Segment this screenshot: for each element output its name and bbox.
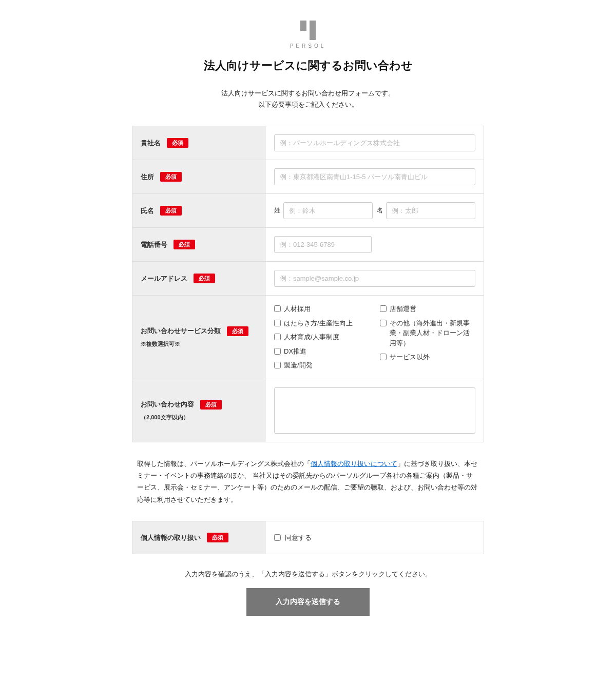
mei-label: 名 [377, 206, 383, 215]
category-option-label: DX推進 [284, 346, 306, 357]
consent-checkbox-label: 同意する [285, 533, 312, 542]
category-option-label: サービス以外 [390, 352, 430, 362]
category-option[interactable]: 製造/開発 [274, 360, 370, 371]
consent-table: 個人情報の取り扱い 必須 同意する [132, 521, 484, 554]
category-checkbox[interactable] [380, 354, 387, 360]
name-label: 氏名 [141, 206, 154, 216]
category-checkbox[interactable] [274, 320, 281, 326]
consent-label: 個人情報の取り扱い [141, 533, 201, 542]
category-option[interactable]: 店舗運営 [380, 304, 475, 314]
category-checkbox[interactable] [380, 320, 387, 326]
page-title: 法人向けサービスに関するお問い合わせ [132, 58, 484, 73]
form-table: 貴社名 必須 住所 必須 氏名 必須 [132, 126, 484, 442]
required-badge: 必須 [200, 400, 222, 410]
company-label: 貴社名 [141, 139, 161, 148]
submit-instruction: 入力内容を確認のうえ、「入力内容を送信する」ボタンをクリックしてください。 [132, 570, 484, 579]
category-option[interactable]: 人材採用 [274, 304, 370, 314]
category-option-label: 店舗運営 [390, 304, 416, 314]
required-badge: 必須 [160, 206, 182, 216]
email-input[interactable] [274, 270, 475, 287]
category-option[interactable]: はたらき方/生産性向上 [274, 318, 370, 328]
inquiry-textarea[interactable] [274, 387, 475, 434]
logo-mark-icon [300, 21, 316, 40]
consent-checkbox[interactable] [274, 534, 281, 541]
inquiry-label: お問い合わせ内容 [141, 400, 194, 409]
logo: PERSOL [132, 21, 484, 49]
submit-button[interactable]: 入力内容を送信する [246, 588, 370, 616]
category-option-label: 人材採用 [284, 304, 311, 314]
required-badge: 必須 [174, 240, 195, 249]
category-label: お問い合わせサービス分類 [141, 326, 221, 336]
category-option[interactable]: その他（海外進出・新規事業・副業人材・ドローン活用等） [380, 318, 475, 348]
category-checkbox[interactable] [274, 305, 281, 312]
category-checkbox[interactable] [274, 362, 281, 368]
category-option-label: 人材育成/人事制度 [284, 332, 339, 342]
address-label: 住所 [141, 172, 154, 182]
page-subtitle: 法人向けサービスに関するお問い合わせ用フォームです。 以下必要事項をご記入くださ… [132, 88, 484, 110]
required-badge: 必須 [207, 533, 228, 542]
company-input[interactable] [274, 134, 475, 151]
phone-input[interactable] [274, 236, 372, 253]
category-checkbox[interactable] [380, 305, 387, 312]
address-input[interactable] [274, 168, 475, 185]
category-option-label: その他（海外進出・新規事業・副業人材・ドローン活用等） [390, 318, 475, 348]
category-option-label: 製造/開発 [284, 360, 313, 371]
required-badge: 必須 [194, 274, 215, 283]
category-option[interactable]: サービス以外 [380, 352, 475, 362]
logo-text: PERSOL [132, 43, 484, 49]
inquiry-note: （2,000文字以内） [141, 414, 258, 421]
policy-text: 取得した情報は、パーソルホールディングス株式会社の「個人情報の取り扱いについて」… [132, 458, 484, 506]
sei-input[interactable] [283, 202, 373, 219]
policy-link[interactable]: 個人情報の取り扱いについて [311, 460, 397, 467]
required-badge: 必須 [167, 138, 188, 148]
mei-input[interactable] [386, 202, 475, 219]
category-option-label: はたらき方/生産性向上 [284, 318, 353, 328]
category-checkbox[interactable] [274, 334, 281, 340]
category-note: ※複数選択可※ [141, 340, 258, 348]
email-label: メールアドレス [141, 274, 187, 283]
category-option[interactable]: 人材育成/人事制度 [274, 332, 370, 342]
sei-label: 姓 [274, 206, 280, 215]
category-option[interactable]: DX推進 [274, 346, 370, 357]
required-badge: 必須 [160, 172, 182, 182]
category-checkbox[interactable] [274, 348, 281, 355]
required-badge: 必須 [227, 326, 248, 336]
phone-label: 電話番号 [141, 240, 167, 249]
